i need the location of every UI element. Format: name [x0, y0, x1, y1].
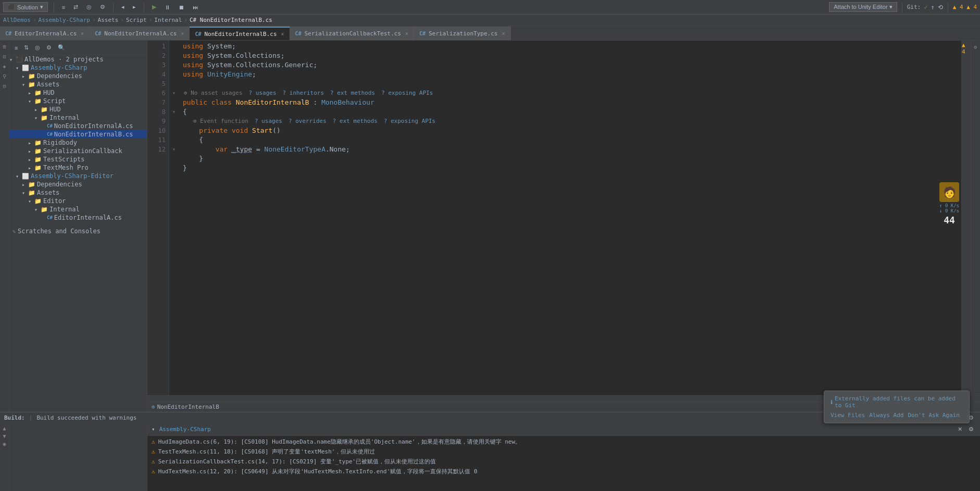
breadcrumb-item-1[interactable]: Assembly-CSharp — [39, 17, 90, 23]
breadcrumb-item-0[interactable]: AllDemos — [3, 17, 31, 23]
code-line-5 — [183, 79, 961, 89]
run-btn[interactable]: ▶ — [150, 3, 158, 11]
icon-noneditorB: C# — [47, 132, 53, 137]
tree-item-editor1[interactable]: ▾ 📁 Editor — [9, 197, 147, 205]
tree-item-hud2[interactable]: ▸ 📁 HUD — [9, 105, 147, 114]
tab-close-3[interactable]: × — [405, 31, 408, 36]
sidebar-settings-btn[interactable]: ⚙ — [44, 43, 54, 52]
arrow-dependencies: ▸ — [22, 73, 28, 79]
sidebar-search-btn[interactable]: 🔍 — [56, 43, 67, 52]
panel-icon-5[interactable]: ⊟ — [2, 82, 7, 90]
panel-icon-4[interactable]: ⚲ — [2, 72, 7, 80]
tree-item-alldemos[interactable]: ▾ ⬛ AllDemos · 2 projects — [9, 55, 147, 64]
hint-inheritors-link[interactable]: ? inheritors — [283, 89, 324, 98]
tab-serializationtype[interactable]: C# SerializationType.cs × — [414, 27, 511, 40]
notif-actions: View Files Always Add Don't Ask Again — [831, 412, 963, 419]
hint-usages-link[interactable]: ? usages — [249, 89, 277, 98]
arrow-assets: ▾ — [22, 82, 28, 87]
tree-item-dependencies[interactable]: ▸ 📁 Dependencies — [9, 72, 147, 80]
toolbar-menu-btn[interactable]: ≡ — [60, 3, 67, 11]
sidebar-sort-btn[interactable]: ⇅ — [22, 43, 31, 52]
tree-item-textmesh[interactable]: ▸ 📁 TextMesh Pro — [9, 163, 147, 172]
notif-view-files[interactable]: View Files — [831, 412, 865, 419]
tree-item-editorinternal[interactable]: ▸ C# EditorInternalA.cs — [9, 213, 147, 222]
tree-item-assets[interactable]: ▾ 📁 Assets — [9, 80, 147, 89]
git-refresh: ⟲ — [938, 4, 943, 11]
icon-rigidbody: 📁 — [34, 140, 42, 146]
hint-exposing-link[interactable]: ? exposing APIs — [381, 89, 433, 98]
breadcrumb-item-4[interactable]: Internal — [154, 17, 182, 23]
code-line-11: } — [183, 154, 961, 163]
hint-exposing-link2[interactable]: ? exposing APIs — [384, 117, 435, 126]
back-btn[interactable]: ◂ — [119, 3, 127, 11]
tab-serializationcallback[interactable]: C# SerializationCallbackTest.cs × — [290, 27, 414, 40]
attach-to-unity-btn[interactable]: Attach to Unity Editor ▾ — [829, 2, 897, 12]
toolbar-swap-btn[interactable]: ⇄ — [71, 3, 80, 11]
fold-gutter: ▾ ▾ ▾ — [169, 41, 179, 395]
stop-btn[interactable]: ⏹ — [177, 3, 186, 11]
tab-noneditorinternalB[interactable]: C# NonEditorInternalB.cs × — [190, 27, 290, 40]
tree-item-internal2[interactable]: ▾ 📁 Internal — [9, 205, 147, 213]
tab-close-2[interactable]: × — [281, 31, 284, 37]
sep5 — [948, 3, 948, 12]
panel-settings-btn[interactable]: ⚙ — [966, 425, 976, 434]
tab-close-4[interactable]: × — [502, 31, 505, 36]
tree-item-assembly-csharp[interactable]: ▾ ⬜ Assembly-CSharp — [9, 64, 147, 72]
solution-dropdown[interactable]: ⬛ Solution ▾ — [3, 2, 48, 12]
warn-text-2: TestTexMesh.cs(11, 18): [CS0168] 声明了变量't… — [158, 448, 375, 456]
icon-internal2: 📁 — [41, 206, 48, 213]
tab-cs-icon-3: C# — [295, 31, 301, 36]
tab-close-1[interactable]: × — [181, 31, 184, 36]
pause-btn[interactable]: ⏸ — [162, 3, 172, 11]
panel-close-btn[interactable]: ✕ — [956, 425, 964, 434]
breadcrumb-item-3[interactable]: Script — [126, 17, 147, 23]
user-avatar[interactable]: 🧑 — [939, 182, 959, 202]
sidebar-collapse-btn[interactable]: ≡ — [12, 44, 20, 52]
toolbar-target-btn[interactable]: ◎ — [84, 3, 94, 11]
tab-editorinternalA[interactable]: C# EditorInternalA.cs × — [0, 27, 90, 40]
bottom-vert-icon-1[interactable]: ▲ — [3, 425, 6, 431]
tab-noneditorinternalA[interactable]: C# NonEditorInternalA.cs × — [90, 27, 190, 40]
tree-item-dependencies2[interactable]: ▸ 📁 Dependencies — [9, 180, 147, 188]
panel-icon-2[interactable]: ⊡ — [2, 53, 7, 60]
panel-icon-1[interactable]: ⊞ — [2, 43, 7, 51]
notif-dont-ask[interactable]: Don't Ask Again — [908, 412, 959, 419]
scratches-item[interactable]: ✎ Scratches and Consoles — [9, 226, 147, 236]
bottom-vert-icon-2[interactable]: ▼ — [3, 433, 6, 439]
ping-stat: 44 — [944, 215, 955, 225]
notif-always-add[interactable]: Always Add — [869, 412, 903, 419]
hint-extmethods-link2[interactable]: ? ext methods — [333, 117, 378, 126]
sidebar-locate-btn[interactable]: ◎ — [33, 43, 42, 52]
tree-item-assembly-editor[interactable]: ▾ ⬜ Assembly-CSharp-Editor — [9, 172, 147, 180]
tab-close-0[interactable]: × — [81, 31, 84, 36]
forward-btn[interactable]: ▸ — [131, 3, 138, 11]
toolbar-settings-btn[interactable]: ⚙ — [98, 3, 107, 11]
tree-item-testscripts[interactable]: ▸ 📁 TestScripts — [9, 155, 147, 163]
code-content[interactable]: using System; using System.Collections; … — [179, 41, 961, 395]
warning-3: ⚠ SerializationCallbackTest.cs(14, 17): … — [152, 457, 976, 467]
tree-item-noneditorB[interactable]: ▸ C# NonEditorInternalB.cs — [9, 130, 147, 139]
tree-item-assets2[interactable]: ▾ 📁 Assets — [9, 188, 147, 197]
tree-item-rigidbody[interactable]: ▸ 📁 Rigidbody — [9, 139, 147, 147]
hint-event-fn[interactable]: ⊕ Event function — [193, 117, 248, 126]
arrow-testscripts: ▸ — [28, 157, 34, 162]
warning-1: ⚠ HudImageData.cs(6, 19): [CS0108] HudIm… — [152, 437, 976, 447]
tree-item-script[interactable]: ▾ 📁 Script — [9, 97, 147, 105]
hint-extmethods-link[interactable]: ? ext methods — [330, 89, 375, 98]
breadcrumb-item-5[interactable]: C# NonEditorInternalB.cs — [190, 17, 272, 23]
tree-item-serialization[interactable]: ▸ 📁 SerializationCallback — [9, 147, 147, 155]
bottom-vert-icon-3[interactable]: ◉ — [3, 441, 6, 447]
breadcrumb-item-2[interactable]: Assets — [98, 17, 119, 23]
tree-item-noneditorA[interactable]: ▸ C# NonEditorInternalA.cs — [9, 122, 147, 130]
icon-editor1: 📁 — [34, 198, 42, 205]
tree-item-internal[interactable]: ▾ 📁 Internal — [9, 114, 147, 122]
panel-icon-3[interactable]: ◈ — [2, 62, 7, 70]
step-btn[interactable]: ⏭ — [191, 3, 200, 11]
hint-no-usages[interactable]: ⊕ No asset usages — [184, 89, 243, 98]
hint-overrides-link[interactable]: ? overrides — [288, 117, 326, 126]
top-toolbar: ⬛ Solution ▾ ≡ ⇄ ◎ ⚙ ◂ ▸ ▶ ⏸ ⏹ ⏭ Attach … — [0, 0, 980, 15]
far-right-icon-1[interactable]: ⚙ — [973, 43, 977, 52]
hint-usages-link2[interactable]: ? usages — [255, 117, 282, 126]
tree-item-hud1[interactable]: ▸ 📁 HUD — [9, 89, 147, 97]
solution-chevron: ▾ — [40, 4, 43, 10]
